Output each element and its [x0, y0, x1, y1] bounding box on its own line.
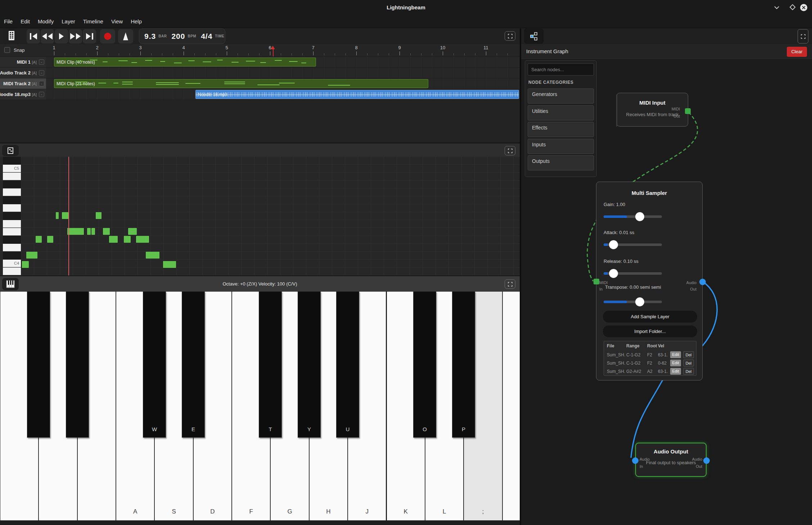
- transpose-slider[interactable]: [604, 301, 662, 303]
- attack-slider-knob[interactable]: [609, 240, 618, 249]
- midi-note[interactable]: [87, 228, 91, 235]
- black-key[interactable]: W: [143, 291, 166, 438]
- midi-note[interactable]: [103, 228, 110, 235]
- midi-note[interactable]: [47, 236, 53, 243]
- mini-white-key[interactable]: C4: [3, 260, 21, 267]
- add-sample-layer-button[interactable]: Add Sample Layer: [603, 311, 697, 323]
- metronome-button[interactable]: [118, 29, 133, 44]
- delete-sample-button[interactable]: Del: [683, 368, 694, 375]
- node-midi-input[interactable]: MIDI Input Receives MIDI from track MIDI…: [617, 93, 688, 127]
- minimize-icon[interactable]: [772, 3, 781, 13]
- transpose-slider-knob[interactable]: [635, 297, 644, 306]
- midi-note[interactable]: [163, 261, 176, 268]
- mini-white-key[interactable]: [3, 228, 21, 236]
- category-button-effects[interactable]: Effects: [528, 122, 594, 137]
- black-key[interactable]: O: [413, 291, 436, 438]
- track-lane[interactable]: MIDI Clip (40 notes): [46, 57, 520, 67]
- bpm-value[interactable]: 200: [171, 32, 185, 41]
- record-button[interactable]: [100, 29, 115, 44]
- gain-slider-knob[interactable]: [635, 212, 644, 221]
- mini-white-key[interactable]: [3, 173, 21, 180]
- piano-roll-key-column[interactable]: C5C4: [3, 157, 21, 275]
- midi-note[interactable]: [124, 236, 131, 243]
- import-folder-button[interactable]: Import Folder...: [603, 325, 697, 337]
- midi-clip[interactable]: MIDI Clip (40 notes): [54, 58, 316, 67]
- midi-note[interactable]: [67, 228, 84, 235]
- skip-to-end-button[interactable]: [83, 29, 96, 44]
- midi-clip[interactable]: MIDI Clip (21 notes): [54, 79, 428, 88]
- edit-sample-button[interactable]: Edit: [670, 368, 681, 375]
- midi-note[interactable]: [36, 236, 42, 243]
- release-slider-knob[interactable]: [609, 269, 618, 278]
- midi-note[interactable]: [146, 252, 159, 259]
- keyboard-scrollbar[interactable]: [0, 521, 520, 525]
- snap-checkbox[interactable]: [4, 47, 10, 53]
- mini-black-key[interactable]: [3, 236, 21, 243]
- time-signature-value[interactable]: 4/4: [201, 32, 212, 41]
- piano-roll-grid[interactable]: [0, 157, 520, 275]
- menu-item-help[interactable]: Help: [127, 16, 146, 27]
- midi-note[interactable]: [56, 212, 59, 219]
- close-icon[interactable]: [800, 4, 808, 13]
- skip-to-start-button[interactable]: [27, 29, 40, 44]
- mini-black-key[interactable]: [3, 252, 21, 259]
- menu-item-modify[interactable]: Modify: [34, 16, 58, 27]
- track-lane[interactable]: Noodle 18.mp3: [46, 89, 520, 100]
- audio-clip[interactable]: Noodle 18.mp3: [195, 90, 519, 99]
- black-key[interactable]: Y: [298, 291, 321, 438]
- track-lane[interactable]: MIDI Clip (21 notes): [46, 78, 520, 89]
- black-key[interactable]: E: [182, 291, 205, 438]
- midi-note[interactable]: [26, 252, 37, 259]
- fast-forward-button[interactable]: [69, 29, 82, 44]
- node-audio-output[interactable]: Audio Output Final output to speakers Au…: [635, 443, 707, 477]
- menu-item-view[interactable]: View: [107, 16, 127, 27]
- search-input[interactable]: [528, 63, 594, 76]
- mini-black-key[interactable]: [3, 196, 21, 204]
- mini-white-key[interactable]: [3, 244, 21, 251]
- midi-note[interactable]: [22, 261, 29, 268]
- black-key[interactable]: T: [259, 291, 282, 438]
- mini-white-key[interactable]: [3, 220, 21, 228]
- menu-item-file[interactable]: File: [0, 16, 17, 27]
- category-button-inputs[interactable]: Inputs: [528, 139, 594, 154]
- timeline-expand-button[interactable]: [505, 31, 515, 41]
- delete-sample-button[interactable]: Del: [683, 351, 694, 358]
- palette-scrollbar[interactable]: [616, 94, 617, 127]
- audio-in-port[interactable]: [632, 457, 639, 464]
- graph-expand-button[interactable]: [798, 29, 808, 44]
- attack-slider[interactable]: [604, 243, 662, 246]
- track-header-1[interactable]: MIDI 1 [A]-: [0, 57, 46, 67]
- mini-white-key[interactable]: [3, 188, 21, 196]
- track-header-3[interactable]: MIDI Track 2 [A]-: [0, 78, 46, 89]
- play-button[interactable]: [55, 29, 68, 44]
- midi-out-port[interactable]: [685, 108, 691, 114]
- track-lane[interactable]: [46, 68, 520, 78]
- black-key[interactable]: [27, 291, 50, 438]
- black-key[interactable]: P: [452, 291, 475, 438]
- black-key[interactable]: [66, 291, 89, 438]
- track-checkbox[interactable]: -: [39, 70, 44, 76]
- midi-note[interactable]: [128, 228, 137, 235]
- mini-black-key[interactable]: [3, 212, 21, 220]
- mini-black-key[interactable]: [3, 157, 21, 164]
- film-timeline-button[interactable]: [3, 28, 20, 44]
- white-key[interactable]: [502, 291, 520, 521]
- midi-in-port[interactable]: [594, 279, 599, 284]
- menu-item-timeline[interactable]: Timeline: [79, 16, 107, 27]
- menu-item-edit[interactable]: Edit: [17, 16, 34, 27]
- track-header-2[interactable]: Audio Track 2 [A]-: [0, 68, 46, 78]
- midi-note[interactable]: [136, 236, 149, 243]
- node-graph-mode-button[interactable]: [524, 28, 543, 44]
- maximize-icon[interactable]: [788, 3, 797, 13]
- edit-sample-button[interactable]: Edit: [670, 360, 681, 366]
- timeline-ruler[interactable]: Snap 1234567891011: [0, 44, 520, 57]
- mini-white-key[interactable]: [3, 268, 21, 275]
- audio-out-port[interactable]: [703, 457, 710, 464]
- piano-roll-expand-button[interactable]: [505, 146, 515, 155]
- midi-note[interactable]: [96, 212, 102, 219]
- rewind-button[interactable]: [41, 29, 54, 44]
- node-multi-sampler[interactable]: Multi Sampler Gain: 1.00 Attack: 0.01 ss…: [596, 182, 703, 380]
- mini-white-key[interactable]: C5: [3, 165, 21, 172]
- track-checkbox[interactable]: -: [39, 81, 44, 86]
- track-checkbox[interactable]: -: [39, 92, 44, 97]
